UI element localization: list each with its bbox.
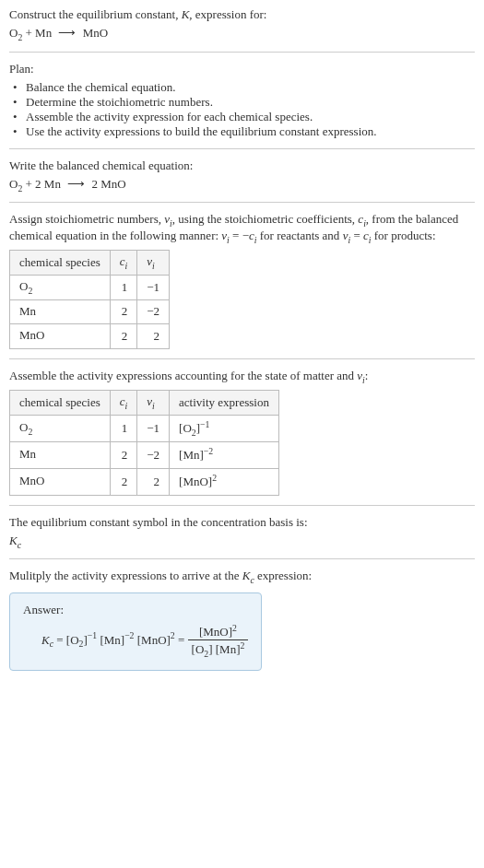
- th-c: ci: [110, 391, 137, 416]
- question-title: Construct the equilibrium constant, K, e…: [9, 7, 475, 22]
- cell-nu: −2: [137, 299, 170, 324]
- cell-species: Mn: [10, 441, 111, 468]
- assign-section: Assign stoichiometric numbers, νi, using…: [9, 202, 475, 358]
- K-symbol: K: [9, 534, 18, 547]
- eq-o2: O: [9, 26, 18, 40]
- plan-item: Use the activity expressions to build th…: [9, 124, 475, 139]
- eq-rhs: MnO: [79, 26, 108, 40]
- sp-sub: 2: [28, 286, 32, 296]
- symbol-line1: The equilibrium constant symbol in the c…: [9, 515, 475, 530]
- cell-c: 2: [110, 441, 137, 468]
- th-ae: activity expression: [170, 391, 279, 416]
- ftop-sup: 2: [232, 623, 237, 633]
- th-nu: νi: [137, 251, 170, 276]
- table-header-row: chemical species ci νi activity expressi…: [10, 391, 279, 416]
- bal-plus: + 2 Mn: [22, 177, 64, 191]
- cell-nu: −1: [137, 415, 170, 441]
- cell-species: MnO: [10, 468, 111, 495]
- fbot-sup: 2: [240, 640, 244, 651]
- final-section: Mulitply the activity expressions to arr…: [9, 558, 475, 680]
- ae-a: [O: [179, 421, 192, 435]
- fraction: [MnO]2[O2] [Mn]2: [188, 623, 249, 659]
- t1sup: −1: [88, 630, 97, 640]
- sp-a: O: [19, 420, 28, 434]
- sp-a: Mn: [19, 447, 36, 461]
- t3a: [MnO]: [135, 633, 171, 647]
- fbot-a: [O: [192, 643, 205, 657]
- ae-sup: −1: [200, 419, 209, 429]
- cell-c: 1: [110, 275, 137, 299]
- sp-a: Mn: [19, 304, 36, 318]
- plan-list: Balance the chemical equation. Determine…: [9, 80, 475, 139]
- table-header-row: chemical species ci νi: [10, 251, 170, 276]
- sp-sub: 2: [28, 427, 32, 437]
- assign-b: , using the stoichiometric coefficients,: [172, 212, 359, 226]
- title-text-pre: Construct the equilibrium constant,: [9, 7, 182, 21]
- ae-a: [MnO: [179, 475, 208, 488]
- plan-label: Plan:: [9, 62, 475, 76]
- cell-nu: −1: [137, 275, 170, 299]
- sp-a: O: [19, 279, 28, 293]
- ae-sup: 2: [212, 473, 217, 483]
- answer-label: Answer:: [23, 603, 248, 617]
- cell-ae: [Mn]−2: [170, 441, 279, 468]
- answer-equation: Kc = [O2]−1 [Mn]−2 [MnO]2 = [MnO]2[O2] […: [23, 623, 248, 659]
- rel1b: for reactants and: [257, 229, 343, 242]
- final-intro: Mulitply the activity expressions to arr…: [9, 569, 475, 585]
- final-a: Mulitply the activity expressions to arr…: [9, 569, 242, 582]
- symbol-kc: Kc: [9, 534, 475, 550]
- table-row: O2 1 −1 [O2]−1: [10, 415, 279, 441]
- act-a: Assemble the activity expressions accoun…: [9, 369, 357, 382]
- nu-hdr-sub: i: [152, 401, 155, 411]
- t2sup: −2: [124, 630, 134, 640]
- act-b: :: [365, 369, 369, 382]
- cell-nu: −2: [137, 441, 170, 468]
- table-row: MnO 2 2: [10, 324, 170, 349]
- table-row: O2 1 −1: [10, 275, 170, 299]
- ae-a: [Mn: [179, 448, 199, 462]
- assign-a: Assign stoichiometric numbers,: [9, 212, 164, 226]
- bal-o2: O: [9, 177, 18, 191]
- plan-section: Plan: Balance the chemical equation. Det…: [9, 52, 475, 148]
- t2a: [Mn]: [97, 633, 124, 647]
- activity-section: Assemble the activity expressions accoun…: [9, 358, 475, 505]
- sp-a: MnO: [19, 474, 44, 487]
- assign-text: Assign stoichiometric numbers, νi, using…: [9, 212, 475, 244]
- bal-rhs: 2 MnO: [89, 177, 125, 191]
- ae-sup: −2: [204, 446, 213, 456]
- cell-c: 2: [110, 324, 137, 349]
- cell-c: 1: [110, 415, 137, 441]
- table-row: MnO 2 2 [MnO]2: [10, 468, 279, 495]
- cell-nu: 2: [137, 468, 170, 495]
- table-row: Mn 2 −2 [Mn]−2: [10, 441, 279, 468]
- plan-item: Assemble the activity expression for eac…: [9, 110, 475, 124]
- th-species: chemical species: [10, 391, 111, 416]
- rel1a: = −: [230, 229, 249, 242]
- balanced-section: Write the balanced chemical equation: O2…: [9, 148, 475, 203]
- symbol-section: The equilibrium constant symbol in the c…: [9, 505, 475, 559]
- Kc-sub: c: [18, 539, 21, 549]
- th-species: chemical species: [10, 251, 111, 276]
- arrow-icon: ⟶: [64, 177, 89, 192]
- fbot-b: ] [Mn]: [208, 643, 240, 657]
- cell-c: 2: [110, 468, 137, 495]
- ftop: [MnO]: [199, 625, 232, 639]
- frac-top: [MnO]2: [188, 623, 249, 640]
- final-b: expression:: [254, 569, 312, 582]
- eq-plus: + Mn: [22, 26, 54, 40]
- cell-species: MnO: [10, 324, 111, 349]
- rel2a: =: [350, 229, 363, 242]
- activity-table: chemical species ci νi activity expressi…: [9, 390, 279, 495]
- plan-item: Balance the chemical equation.: [9, 80, 475, 95]
- cell-species: O2: [10, 275, 111, 299]
- cell-species: Mn: [10, 299, 111, 324]
- question-section: Construct the equilibrium constant, K, e…: [9, 7, 475, 52]
- th-nu: νi: [137, 391, 170, 416]
- balanced-equation: O2 + 2 Mn ⟶ 2 MnO: [9, 177, 475, 194]
- plan-item: Determine the stoichiometric numbers.: [9, 95, 475, 110]
- stoich-table: chemical species ci νi O2 1 −1 Mn 2 −2 M…: [9, 250, 170, 348]
- eq2-sign: =: [175, 633, 188, 647]
- balanced-intro: Write the balanced chemical equation:: [9, 158, 475, 173]
- cell-c: 2: [110, 299, 137, 324]
- cell-ae: [MnO]2: [170, 468, 279, 495]
